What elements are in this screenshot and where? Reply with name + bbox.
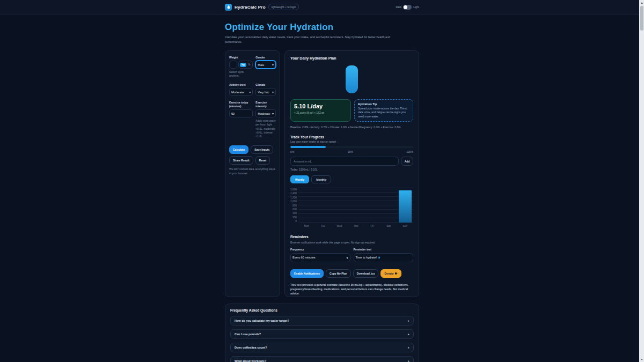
daily-target-value: 5.10 L/day (294, 103, 347, 109)
kg-button[interactable]: kg (240, 63, 246, 67)
weight-label: Weight (229, 56, 253, 60)
chevron-down-icon: ▾ (272, 90, 274, 94)
amount-input[interactable] (290, 157, 399, 166)
frequency-select[interactable]: Every 60 minutes ▾ (290, 253, 350, 262)
chart-x-axis: MonTueWedThuFriSatSun (298, 225, 413, 227)
faq-question: How do you calculate my water target? (235, 319, 289, 322)
exercise-minutes-label: Exercise today (minutes) (229, 101, 253, 108)
download-ics-button[interactable]: Download .ics (353, 269, 379, 278)
plus-icon: + (407, 359, 409, 362)
reminder-text-value: Time to hydrate! (356, 256, 377, 259)
frequency-value: Every 60 minutes (292, 256, 316, 259)
climate-select[interactable]: Very hot ▾ (255, 88, 276, 96)
faq-panel: Frequently Asked Questions How do you ca… (225, 304, 419, 362)
header: HydraCalc Pro lightweight • no login Dar… (0, 0, 644, 14)
faq-item[interactable]: Does coffee/tea count? + (230, 343, 414, 352)
dark-label: Dark (396, 5, 402, 9)
inputs-panel: Weight kg lb Switch kg/lb anytime. Gende… (225, 50, 280, 297)
faq-item[interactable]: What about workouts? + (230, 356, 414, 362)
toggle-knob (404, 5, 407, 9)
bar-fri (364, 188, 380, 223)
page-subtitle: Calculate your personalized daily water … (225, 35, 402, 45)
weight-input[interactable] (229, 61, 237, 69)
droplet-icon (226, 5, 231, 9)
progress-end-label: 100% (406, 150, 413, 153)
lb-button[interactable]: lb (247, 63, 252, 67)
page: HydraCalc Pro lightweight • no login Dar… (0, 0, 644, 362)
exercise-intensity-value: Moderate (258, 112, 270, 115)
activity-select[interactable]: Moderate ▾ (229, 88, 253, 96)
water-droplet-graphic (346, 65, 358, 93)
scrollbar-thumb[interactable] (640, 6, 643, 31)
exercise-minutes-input[interactable] (229, 109, 253, 117)
chevron-down-icon: ▾ (249, 90, 251, 94)
progress-fill (290, 146, 326, 148)
exercise-intensity-label: Exercise intensity (255, 101, 276, 108)
bar-wed (331, 188, 348, 223)
today-intake: Today: 1500mL / 5.10L (290, 168, 413, 171)
weight-hint: Switch kg/lb anytime. (229, 70, 253, 78)
theme-toggle[interactable] (403, 5, 412, 10)
frequency-label: Frequency (290, 248, 350, 252)
calculate-button[interactable]: Calculate (229, 145, 248, 154)
progress-title: Track Your Progress (290, 135, 413, 139)
reminder-text-input[interactable]: Time to hydrate! (354, 253, 414, 262)
result-card: 5.10 L/day ≈ 21 cups (8 oz) ≈ 172 oz (290, 99, 351, 122)
bar-sat (380, 188, 397, 223)
chart-plot (298, 188, 413, 223)
reminders-note: Browser notifications work while this pa… (290, 241, 413, 244)
progress-bar (290, 146, 413, 148)
light-label: Light (413, 5, 419, 9)
scrollbar[interactable] (639, 0, 644, 362)
chevron-down-icon: ▾ (272, 63, 274, 67)
plan-title: Your Daily Hydration Plan (290, 56, 413, 60)
hydration-tip-card: Hydration Tip Spread your intake across … (354, 99, 413, 122)
gender-value: Male (258, 63, 264, 67)
unit-toggle: kg lb (238, 61, 253, 69)
progress-subtitle: Log your water intake to stay on target (290, 140, 413, 143)
droplet-icon (378, 256, 380, 259)
exercise-intensity-select[interactable]: Moderate ▾ (255, 109, 276, 117)
chevron-down-icon: ▾ (346, 256, 348, 260)
plus-icon: + (407, 333, 409, 336)
reminder-text-label: Reminder text (354, 248, 414, 252)
save-inputs-button[interactable]: Save Inputs (251, 145, 273, 154)
tab-monthly[interactable]: Monthly (311, 175, 331, 183)
gender-select[interactable]: Male ▾ (255, 61, 276, 69)
reminders-title: Reminders (290, 235, 413, 239)
enable-notifications-button[interactable]: Enable Notifications (290, 269, 324, 278)
app-logo (225, 4, 232, 11)
breakdown-line: Baseline: 2.80L • Activity: 0.70L • Clim… (290, 125, 413, 129)
plus-icon: + (407, 346, 409, 349)
donate-label: Donate (384, 272, 393, 275)
faq-question: Does coffee/tea count? (235, 346, 267, 349)
add-button[interactable]: Add (401, 157, 413, 166)
copy-plan-button[interactable]: Copy My Plan (326, 269, 351, 278)
activity-label: Activity level (229, 83, 253, 87)
donate-button[interactable]: Donate (380, 269, 401, 278)
scroll-up-arrow[interactable] (639, 0, 644, 5)
bar-thu (348, 188, 364, 223)
weekly-intake-chart: 1,6001,4001,2001,0008006004002000 MonTue… (290, 188, 413, 227)
scroll-down-arrow[interactable] (639, 357, 644, 362)
daily-target-conversion: ≈ 21 cups (8 oz) ≈ 172 oz (294, 111, 347, 114)
privacy-note: We don't collect data. Everything stays … (229, 167, 276, 175)
tip-text: Spread your intake across the day. Thirs… (358, 107, 409, 119)
disclaimer: This tool provides a general estimate (b… (290, 283, 413, 296)
page-title: Optimize Your Hydration (225, 22, 419, 33)
plan-panel: Your Daily Hydration Plan 5.10 L/day ≈ 2… (284, 50, 419, 297)
tip-title: Hydration Tip (358, 102, 409, 106)
progress-current-label: 29% (348, 150, 353, 153)
gender-label: Gender (255, 56, 276, 60)
plus-icon: + (407, 319, 409, 322)
reset-button[interactable]: Reset (255, 156, 270, 165)
chart-y-axis: 1,6001,4001,2001,0008006004002000 (290, 188, 298, 223)
faq-question: Can I use pounds? (235, 333, 261, 336)
bar-tue (315, 188, 332, 223)
tab-weekly[interactable]: Weekly (290, 175, 309, 183)
faq-item[interactable]: Can I use pounds? + (230, 329, 414, 339)
share-result-button[interactable]: Share Result (229, 156, 253, 165)
bar-sun (397, 188, 413, 223)
faq-item[interactable]: How do you calculate my water target? + (230, 316, 414, 326)
faq-question: What about workouts? (235, 359, 266, 362)
